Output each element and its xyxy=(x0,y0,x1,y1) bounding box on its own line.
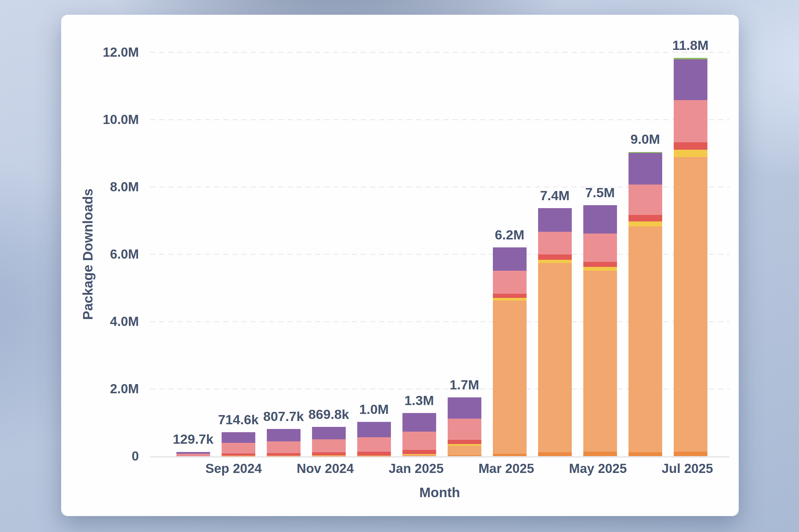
bar xyxy=(312,427,346,456)
bar-segment-pink xyxy=(357,437,391,452)
bar-value-label: 714.6k xyxy=(218,412,259,428)
bar-segment-pink xyxy=(267,441,301,453)
bar-value-label: 9.0M xyxy=(630,132,660,147)
bar-segment-orange xyxy=(493,301,527,454)
bar-segment-dark-orange xyxy=(629,452,662,456)
bar-slot-jun-2025: 9.0M xyxy=(622,52,668,456)
bar-segment-dark-orange xyxy=(493,454,527,456)
x-axis-line xyxy=(150,456,729,458)
bar-segment-yellow xyxy=(538,260,572,263)
y-tick-label: 10.0M xyxy=(68,110,139,129)
bar-slot-apr-2025: 7.4M xyxy=(532,52,577,456)
bar-segment-pink xyxy=(312,439,346,452)
bar-segment-red xyxy=(448,440,482,444)
bar-value-label: 869.8k xyxy=(308,407,349,422)
bar-slot-aug-2024: 129.7k xyxy=(170,52,216,456)
bar-segment-red xyxy=(629,215,662,222)
chart-card: 129.7k714.6k807.7k869.8k1.0M1.3M1.7M6.2M… xyxy=(61,15,739,516)
x-axis-tick-labels: Sep 2024Nov 2024Jan 2025Mar 2025May 2025… xyxy=(170,461,713,476)
bar xyxy=(493,247,527,456)
bar-segment-purple xyxy=(674,59,707,100)
bar-segment-purple xyxy=(402,413,436,432)
bar-segment-purple xyxy=(538,208,572,232)
bar-segment-red xyxy=(222,454,255,456)
bar-segment-orange xyxy=(629,226,662,453)
bar-segment-orange xyxy=(538,263,572,452)
bar-segment-red xyxy=(402,450,436,454)
x-tick-label-empty xyxy=(534,461,569,476)
x-tick-label: Mar 2025 xyxy=(478,461,534,476)
x-tick-label-empty xyxy=(354,461,388,476)
bar-segment-yellow xyxy=(629,222,662,226)
bar-segment-dark-orange xyxy=(448,455,482,456)
bar-slot-jan-2025: 1.3M xyxy=(397,52,442,456)
x-tick-label: Jan 2025 xyxy=(388,461,443,476)
x-tick-label: Sep 2024 xyxy=(205,461,262,476)
bar-slot-nov-2024: 869.8k xyxy=(306,52,351,456)
bar-value-label: 129.7k xyxy=(173,432,214,447)
x-tick-label: Jul 2025 xyxy=(661,461,713,476)
bar xyxy=(448,397,482,456)
bar-segment-purple xyxy=(583,205,617,233)
bar-segment-purple xyxy=(357,422,391,437)
bar xyxy=(629,152,662,456)
bar-value-label: 1.0M xyxy=(359,402,388,417)
bar-segment-purple xyxy=(448,397,482,419)
bar-slot-jul-2025: 11.8M xyxy=(668,52,713,456)
bar xyxy=(357,422,391,456)
bar-segment-dark-orange xyxy=(674,452,707,456)
bars-container: 129.7k714.6k807.7k869.8k1.0M1.3M1.7M6.2M… xyxy=(170,52,713,456)
bar-value-label: 7.5M xyxy=(585,185,615,201)
bar-slot-feb-2025: 1.7M xyxy=(442,52,487,456)
y-tick-label: 0 xyxy=(68,447,139,465)
bar-segment-purple xyxy=(222,432,255,443)
bar-segment-red xyxy=(538,254,572,260)
bar-value-label: 1.7M xyxy=(450,377,479,393)
bar-segment-orange xyxy=(674,157,707,452)
x-tick-label-empty xyxy=(262,461,297,476)
y-tick-label: 4.0M xyxy=(68,312,139,331)
bar-value-label: 1.3M xyxy=(404,393,434,408)
y-tick-label: 8.0M xyxy=(68,178,139,196)
bar-segment-pink xyxy=(402,432,436,450)
bar-segment-red xyxy=(583,262,617,267)
bar xyxy=(222,432,255,456)
bar-segment-dark-orange xyxy=(583,452,617,456)
bar xyxy=(267,429,301,456)
bar-segment-orange xyxy=(583,271,617,452)
bar-segment-pink xyxy=(448,419,482,440)
bar-segment-red xyxy=(357,452,391,455)
x-tick-label-empty xyxy=(627,461,661,476)
bar-segment-purple xyxy=(493,247,527,271)
bar xyxy=(538,208,572,456)
bar-segment-yellow xyxy=(583,267,617,271)
bar xyxy=(177,452,210,456)
y-tick-label: 12.0M xyxy=(68,43,139,61)
bar-segment-purple xyxy=(312,427,346,439)
x-axis-title: Month xyxy=(150,484,729,500)
bar-segment-purple xyxy=(267,429,301,441)
x-tick-label: Nov 2024 xyxy=(297,461,354,476)
bar-segment-pink xyxy=(222,443,255,454)
y-tick-label: 2.0M xyxy=(68,380,139,398)
bar-segment-purple xyxy=(177,452,210,454)
bar-segment-pink xyxy=(629,185,662,215)
bar-slot-may-2025: 7.5M xyxy=(577,52,622,456)
bar-segment-red xyxy=(674,142,707,150)
bar-segment-pink xyxy=(493,271,527,294)
bar-segment-pink xyxy=(583,233,617,262)
bar-value-label: 11.8M xyxy=(672,38,709,53)
bar-value-label: 6.2M xyxy=(495,227,524,243)
bar-segment-purple xyxy=(629,153,662,185)
bar-slot-mar-2025: 6.2M xyxy=(487,52,532,456)
y-tick-label: 6.0M xyxy=(68,245,139,263)
x-tick-label-empty xyxy=(170,461,205,476)
bar-segment-dark-orange xyxy=(538,452,572,456)
bar-value-label: 807.7k xyxy=(263,409,304,424)
bar-segment-pink xyxy=(538,232,572,254)
bar-segment-orange xyxy=(448,446,482,455)
bar-segment-red xyxy=(312,452,346,455)
bar-segment-red xyxy=(267,453,301,456)
bar-slot-sep-2024: 714.6k xyxy=(216,52,261,456)
x-tick-label: May 2025 xyxy=(569,461,627,476)
